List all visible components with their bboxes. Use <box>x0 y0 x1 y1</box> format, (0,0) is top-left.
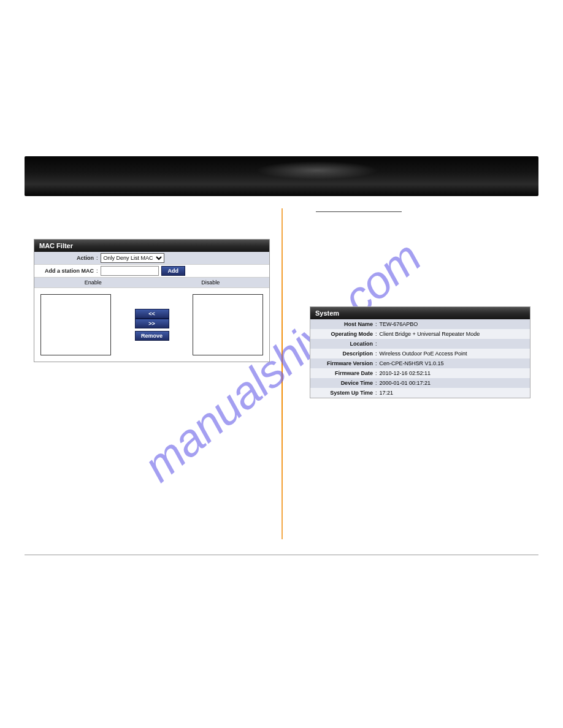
system-row-label: Device Time <box>314 380 375 386</box>
move-left-button[interactable]: << <box>135 309 169 319</box>
system-row-value: Wireless Outdoor PoE Access Point <box>380 351 467 357</box>
system-row-label: Location <box>314 341 375 347</box>
system-title: System <box>310 307 530 319</box>
system-row-label: Description <box>314 351 375 357</box>
remove-button[interactable]: Remove <box>135 331 169 341</box>
action-select[interactable]: Only Deny List MAC <box>101 253 164 263</box>
add-mac-row: Add a station MAC : Add <box>34 265 269 278</box>
system-row-value: Cen-CPE-N5HSR V1.0.15 <box>380 360 444 366</box>
column-divider <box>282 208 283 539</box>
system-row-label: System Up Time <box>314 390 375 396</box>
system-panel: System Host Name:TEW-676APBOOperating Mo… <box>310 306 530 398</box>
system-row: Host Name:TEW-676APBO <box>310 319 530 329</box>
move-right-button[interactable]: >> <box>135 319 169 328</box>
add-mac-label: Add a station MAC <box>38 268 96 274</box>
system-row: Firmware Date:2010-12-16 02:52:11 <box>310 368 530 378</box>
list-headers: Enable Disable <box>34 278 269 288</box>
system-row: Firmware Version:Cen-CPE-N5HSR V1.0.15 <box>310 358 530 368</box>
system-row: Operating Mode:Client Bridge + Universal… <box>310 329 530 339</box>
action-label: Action <box>38 255 96 261</box>
col-disable: Disable <box>152 278 270 287</box>
col-enable: Enable <box>34 278 152 287</box>
system-row: Device Time:2000-01-01 00:17:21 <box>310 378 530 388</box>
mac-filter-panel: MAC Filter Action : Only Deny List MAC A… <box>34 239 270 362</box>
section-underline <box>316 211 402 212</box>
system-row-value: 2010-12-16 02:52:11 <box>380 370 431 376</box>
move-buttons: << >> Remove <box>111 309 193 341</box>
system-row-label: Firmware Version <box>314 360 375 366</box>
add-button[interactable]: Add <box>161 266 186 276</box>
page-divider <box>25 555 538 555</box>
mac-input[interactable] <box>101 266 159 276</box>
mac-filter-title: MAC Filter <box>34 240 269 252</box>
system-row-label: Host Name <box>314 321 375 327</box>
system-row: Location: <box>310 339 530 349</box>
disable-list[interactable] <box>193 294 263 355</box>
system-row: System Up Time:17:21 <box>310 388 530 398</box>
action-row: Action : Only Deny List MAC <box>34 252 269 265</box>
system-row-value: Client Bridge + Universal Repeater Mode <box>380 331 480 337</box>
system-row-label: Operating Mode <box>314 331 375 337</box>
system-row-label: Firmware Date <box>314 370 375 376</box>
system-row-value: 17:21 <box>380 390 394 396</box>
system-row: Description:Wireless Outdoor PoE Access … <box>310 349 530 358</box>
enable-list[interactable] <box>40 294 111 355</box>
list-row: << >> Remove <box>34 288 269 362</box>
header-banner <box>25 156 538 196</box>
system-row-value: 2000-01-01 00:17:21 <box>380 380 431 386</box>
system-row-value: TEW-676APBO <box>380 321 418 327</box>
